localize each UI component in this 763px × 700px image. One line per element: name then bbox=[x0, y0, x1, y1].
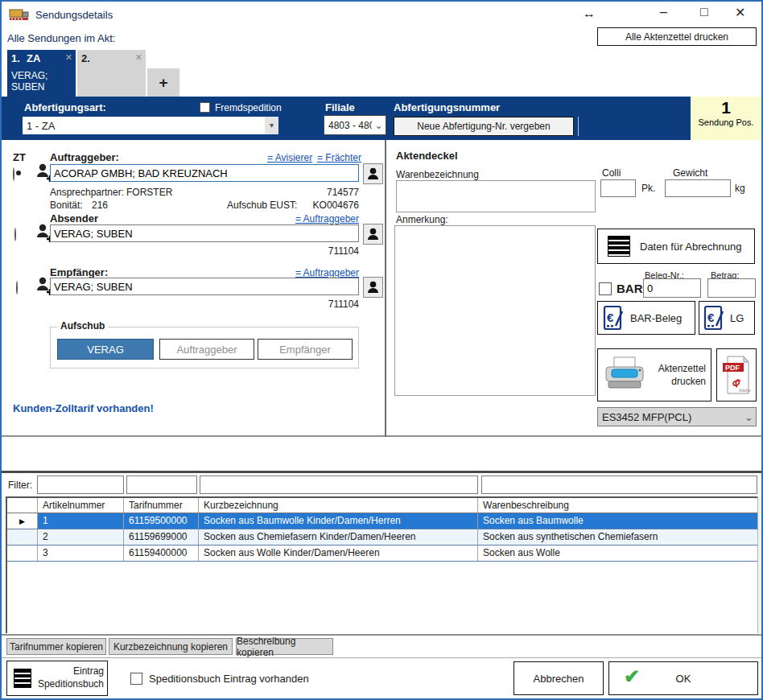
cell-kurzbezeichnung[interactable]: Socken aus Wolle Kinder/Damen/Heeren bbox=[199, 546, 478, 561]
bar-beleg-button[interactable]: € BAR-Beleg bbox=[597, 301, 695, 335]
neue-abfertigungsnummer-button[interactable]: Neue Abfertigung-Nr. vergeben bbox=[394, 117, 574, 136]
kurzbezeichnung-kopieren-button[interactable]: Kurzbezeichnung kopieren bbox=[109, 638, 233, 655]
absender-input[interactable] bbox=[50, 224, 359, 242]
filter-input-kurzbezeichnung[interactable] bbox=[200, 476, 478, 494]
filiale-select[interactable]: 4803 - 480 ⌄ bbox=[324, 115, 386, 135]
tab2-close-icon[interactable]: ✕ bbox=[135, 52, 142, 63]
cell-artikelnummer[interactable]: 2 bbox=[38, 529, 124, 545]
auftraggeber-radio[interactable] bbox=[13, 167, 14, 181]
filiale-chevron-icon: ⌄ bbox=[372, 120, 386, 131]
table-row[interactable]: 3 61159400000 Socken aus Wolle Kinder/Da… bbox=[7, 546, 757, 562]
absender-number: 711104 bbox=[319, 245, 359, 257]
section-divider bbox=[2, 657, 761, 658]
colli-input[interactable] bbox=[600, 179, 636, 197]
minimize-button[interactable]: – bbox=[660, 5, 667, 19]
anmerkung-label: Anmerkung: bbox=[396, 214, 448, 225]
pk-label: Pk. bbox=[641, 183, 655, 194]
bonitaet-label: Bonität: bbox=[50, 200, 83, 211]
absender-auftraggeber-link[interactable]: = Auftraggeber bbox=[287, 213, 359, 224]
anmerkung-textarea[interactable] bbox=[394, 225, 596, 396]
add-tab-button[interactable]: + bbox=[147, 68, 179, 97]
absender-contact-button[interactable] bbox=[363, 224, 383, 245]
abbrechen-button[interactable]: Abbrechen bbox=[513, 661, 604, 695]
tab-shipment-1[interactable]: 1. ZA ✕ VERAG; SUBEN bbox=[7, 50, 76, 97]
bar-checkbox[interactable] bbox=[599, 282, 612, 295]
cell-artikelnummer[interactable]: 3 bbox=[38, 546, 124, 561]
cell-artikelnummer[interactable]: 1 bbox=[38, 513, 124, 529]
filter-input-warenbeschreibung[interactable] bbox=[481, 476, 757, 494]
aktendeckel-title: Aktendeckel bbox=[396, 150, 458, 162]
print-all-aktenzettel-button[interactable]: Alle Aktenzettel drucken bbox=[597, 27, 757, 46]
betrag-input[interactable] bbox=[707, 278, 756, 298]
maximize-button[interactable]: □ bbox=[700, 5, 708, 19]
cell-kurzbezeichnung[interactable]: Socken aus Chemiefasern Kinder/Damen/Hee… bbox=[199, 529, 478, 545]
close-button[interactable]: ✕ bbox=[735, 5, 745, 20]
auftraggeber-input[interactable] bbox=[50, 164, 359, 182]
cell-warenbeschreibung[interactable]: Socken aus synthetischen Chemiefasern bbox=[478, 529, 757, 545]
ansprechpartner-value: FORSTER bbox=[126, 187, 172, 198]
auftraggeber-label: Auftraggeber: bbox=[50, 151, 119, 163]
printer-select[interactable]: ES3452 MFP(PCL) ⌄ bbox=[597, 407, 757, 426]
daten-abrechnung-button[interactable]: Daten für Abrechnung bbox=[597, 229, 755, 264]
tab2-number: 2. bbox=[81, 52, 90, 64]
printer-value: ES3452 MFP(PCL) bbox=[598, 411, 742, 423]
empfaenger-label: Empfänger: bbox=[50, 266, 108, 278]
filter-input-tarifnummer[interactable] bbox=[126, 476, 197, 494]
fremdspedition-checkbox[interactable] bbox=[200, 102, 210, 113]
gewicht-label: Gewicht bbox=[673, 167, 707, 179]
fremdspedition-label: Fremdspedition bbox=[215, 102, 282, 113]
auftraggeber-contact-button[interactable] bbox=[363, 163, 383, 184]
filter-input-artikelnummer[interactable] bbox=[37, 476, 124, 494]
aufschub-empfaenger-button[interactable]: Empfänger bbox=[258, 339, 353, 360]
euro-document-icon: € bbox=[703, 305, 724, 331]
cell-warenbeschreibung[interactable]: Socken aus Baumwolle bbox=[478, 513, 757, 529]
filiale-label: Filiale bbox=[325, 101, 355, 113]
svg-text:PDF: PDF bbox=[725, 364, 740, 372]
separator bbox=[578, 117, 579, 136]
ok-button[interactable]: ✔ OK bbox=[608, 661, 758, 695]
beleg-nr-input[interactable] bbox=[643, 278, 701, 298]
resize-icon[interactable]: ↔ bbox=[583, 6, 596, 21]
aufschub-auftraggeber-button[interactable]: Auftraggeber bbox=[159, 339, 254, 360]
aufschub-groupbox: Aufschub VERAG Auftraggeber Empfänger bbox=[50, 327, 359, 369]
warenbezeichnung-textarea[interactable] bbox=[396, 180, 596, 212]
tab-shipment-2[interactable]: 2. ✕ bbox=[77, 50, 146, 97]
printer-icon bbox=[603, 356, 646, 394]
table-row[interactable]: ▶ 1 61159500000 Socken aus Baumwolle Kin… bbox=[7, 513, 757, 529]
tarifnummer-kopieren-button[interactable]: Tarifnummer kopieren bbox=[6, 638, 106, 655]
abfertigungsart-select[interactable]: 1 - ZA ▾ bbox=[23, 117, 278, 134]
aufschub-label: Aufschub bbox=[57, 320, 108, 331]
tab1-close-icon[interactable]: ✕ bbox=[65, 52, 72, 63]
bar-label: BAR bbox=[617, 282, 643, 295]
eintrag-speditionsbuch-button[interactable]: EintragSpeditionsbuch bbox=[6, 661, 108, 696]
col-tarifnummer[interactable]: Tarifnummer bbox=[124, 498, 199, 513]
aufschub-verag-button[interactable]: VERAG bbox=[57, 339, 154, 360]
lg-button[interactable]: € LG bbox=[699, 301, 755, 335]
cell-tarifnummer[interactable]: 61159500000 bbox=[124, 513, 199, 529]
empfaenger-input[interactable] bbox=[50, 278, 359, 295]
cell-kurzbezeichnung[interactable]: Socken aus Baumwolle Kinder/Damen/Herren bbox=[199, 513, 478, 529]
col-kurzbezeichnung[interactable]: Kurzbezeichnung bbox=[199, 498, 478, 513]
cell-tarifnummer[interactable]: 61159699000 bbox=[124, 529, 199, 545]
cell-tarifnummer[interactable]: 61159400000 bbox=[124, 546, 199, 561]
row-pointer-icon: ▶ bbox=[7, 513, 38, 529]
gewicht-input[interactable] bbox=[665, 179, 731, 197]
col-warenbeschreibung[interactable]: Warenbeschreibung bbox=[478, 498, 757, 513]
table-scrollbar[interactable] bbox=[757, 496, 761, 633]
empfaenger-radio[interactable] bbox=[16, 281, 18, 294]
avisierer-link[interactable]: = Avisierer bbox=[267, 152, 312, 163]
pdf-button[interactable]: PDF Adobe bbox=[716, 348, 757, 401]
absender-radio[interactable] bbox=[14, 228, 16, 241]
zt-label: ZT bbox=[13, 151, 26, 163]
cell-warenbeschreibung[interactable]: Socken aus Wolle bbox=[478, 546, 757, 561]
speditionsbuch-checkbox[interactable] bbox=[130, 673, 142, 685]
beschreibung-kopieren-button[interactable]: Beschreibung kopieren bbox=[236, 638, 333, 655]
aktenzettel-drucken-button[interactable]: Aktenzetteldrucken bbox=[597, 348, 711, 401]
col-artikelnummer[interactable]: Artikelnummer bbox=[38, 498, 124, 513]
pdf-icon: PDF Adobe bbox=[721, 355, 752, 395]
empfaenger-contact-button[interactable] bbox=[363, 277, 383, 298]
person-icon bbox=[367, 167, 379, 180]
fraechter-link[interactable]: = Frächter bbox=[317, 152, 361, 163]
empfaenger-auftraggeber-link[interactable]: = Auftraggeber bbox=[287, 267, 359, 278]
table-row[interactable]: 2 61159699000 Socken aus Chemiefasern Ki… bbox=[7, 529, 757, 546]
